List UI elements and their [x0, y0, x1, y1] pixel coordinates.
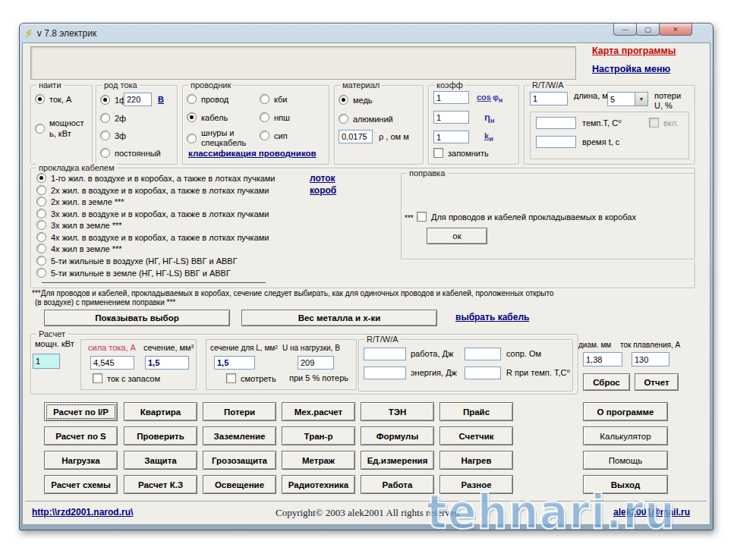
current-value-input[interactable]	[90, 356, 134, 370]
energy-input[interactable]	[364, 367, 406, 379]
help-button[interactable]: Помощь	[583, 451, 668, 470]
program-map-link[interactable]: Карта программы	[592, 46, 676, 56]
r-temp-input[interactable]	[465, 367, 501, 379]
radio-engineering-button[interactable]: Радиотехника	[282, 475, 355, 494]
temperature-label: темп.T, C⁰	[582, 118, 622, 128]
find-option-current[interactable]: ток, А	[35, 94, 71, 104]
current-reserve-checkbox[interactable]: ток с запасом	[93, 373, 160, 383]
footage-button[interactable]: Метраж	[282, 451, 355, 470]
metal-weight-button[interactable]: Вес металла и х-ки	[241, 310, 437, 326]
diameter-input[interactable]	[583, 352, 622, 367]
tray-link[interactable]: лоток	[310, 173, 335, 184]
menu-settings-link[interactable]: Настройка меню	[592, 64, 670, 74]
short-circuit-button[interactable]: Расчет К.З	[124, 475, 197, 494]
show-choice-button[interactable]: Показывать выбор	[44, 310, 230, 326]
cable-laying-option-1[interactable]: 2х жил. в воздухе и в коробах, а также в…	[36, 185, 269, 195]
radio-icon	[260, 94, 269, 104]
about-button[interactable]: О программе	[583, 402, 668, 421]
section-value-input[interactable]	[145, 356, 189, 370]
find-option-power[interactable]: мощность, кВт	[35, 118, 84, 139]
resistivity-input[interactable]	[339, 130, 373, 143]
cable-laying-option-8[interactable]: 5-ти жильные в земле (НГ, НГ-LS) ВВГ и А…	[36, 268, 231, 278]
formulas-button[interactable]: Формулы	[361, 426, 434, 445]
lightning-protection-button[interactable]: Грозозащита	[203, 451, 276, 470]
cable-laying-option-7[interactable]: 5-ти жильные в воздухе (НГ, НГ-LS) ВВГ и…	[36, 256, 238, 266]
npsh-option[interactable]: нпш	[260, 112, 290, 122]
protection-button[interactable]: Защита	[124, 451, 197, 470]
cable-option[interactable]: кабель	[187, 112, 228, 122]
calc-title: Расчет	[36, 329, 68, 338]
enable-checkbox[interactable]: вкл.	[649, 118, 679, 127]
voltage-input[interactable]	[124, 93, 152, 106]
calc-ip-button[interactable]: Расчет по I/P	[44, 402, 118, 421]
work-input[interactable]	[364, 348, 406, 360]
copper-option[interactable]: медь	[339, 95, 373, 105]
check-button[interactable]: Проверить	[124, 426, 197, 445]
cos-phi-label: cosφн	[477, 93, 502, 104]
phase-1-option[interactable]: 1ф	[100, 95, 126, 105]
phase-3-option[interactable]: 3ф	[100, 131, 126, 140]
transformer-button[interactable]: Тран-р	[282, 426, 355, 445]
cable-laying-option-6[interactable]: 4х жил в земле ***	[36, 244, 122, 253]
cable-laying-option-4[interactable]: 3х жил в земле ***	[36, 220, 122, 230]
watch-checkbox[interactable]: смотреть	[226, 373, 276, 383]
window-titlebar[interactable]: ⚡ v 7.8 электрик	[25, 26, 450, 41]
time-label: время t, с	[582, 137, 619, 146]
cable-laying-option-2[interactable]: 2х жил. в земле ***	[36, 197, 124, 206]
melting-input[interactable]	[632, 352, 669, 367]
radio-icon	[36, 209, 46, 219]
reset-button[interactable]: Сброс	[583, 373, 630, 391]
time-input[interactable]	[536, 136, 576, 148]
resistance-input[interactable]	[465, 348, 501, 360]
price-button[interactable]: Прайс	[439, 402, 513, 421]
cords-option[interactable]: шнуры и спецкабель	[187, 128, 260, 148]
aluminium-option[interactable]: алюминий	[339, 114, 393, 124]
ok-button[interactable]: ок	[427, 228, 487, 244]
report-button[interactable]: Отчет	[635, 373, 679, 391]
cable-laying-option-0[interactable]: 1-го жил. в воздухе и в коробах, а также…	[36, 173, 276, 183]
wire-option[interactable]: провод	[187, 94, 228, 104]
maximize-button[interactable]: ▢	[636, 24, 660, 36]
conductor-classification-link[interactable]: классификация проводников	[188, 149, 317, 158]
site-link[interactable]: http:\\rzd2001.narod.ru\	[32, 507, 133, 518]
work-button[interactable]: Работа	[361, 475, 434, 494]
load-button[interactable]: Нагрузка	[44, 451, 118, 470]
r-temp-label: R при темп. T,C⁰	[506, 368, 570, 378]
minimize-button[interactable]: —	[613, 24, 637, 36]
screenshot-stage: ⚡ v 7.8 электрик — ▢ ✕ Карта программы Н…	[0, 0, 734, 560]
grounding-button[interactable]: Заземление	[203, 426, 276, 445]
units-button[interactable]: Ед.измерения	[361, 451, 434, 470]
loss-dropdown[interactable]: 5 ▼	[607, 92, 648, 106]
cos-phi-input[interactable]	[433, 91, 469, 104]
cable-laying-option-5[interactable]: 4х жил. в воздухе и в коробах, а также в…	[36, 232, 269, 242]
temperature-input[interactable]	[536, 117, 576, 129]
lighting-button[interactable]: Освещение	[203, 475, 276, 494]
length-input[interactable]	[530, 92, 568, 105]
power-input[interactable]	[33, 354, 60, 369]
cable-laying-option-3[interactable]: 3х жил. в воздухе и в коробах, а также в…	[36, 209, 269, 219]
scheme-calc-button[interactable]: Расчет схемы	[44, 475, 118, 494]
close-button[interactable]: ✕	[659, 24, 692, 36]
u-load-input[interactable]	[298, 356, 334, 370]
meter-button[interactable]: Счетчик	[439, 426, 513, 445]
choose-cable-link[interactable]: выбрать кабель	[455, 312, 529, 322]
phase-2-option[interactable]: 2ф	[100, 113, 126, 123]
losses-button[interactable]: Потери	[203, 402, 276, 421]
sip-option[interactable]: сип	[260, 131, 288, 140]
eta-input[interactable]	[433, 111, 469, 124]
apartment-button[interactable]: Квартира	[124, 402, 197, 421]
calculator-button[interactable]: Калькулятор	[583, 426, 668, 445]
calc-s-button[interactable]: Расчет по S	[44, 426, 118, 445]
duct-link[interactable]: короб	[310, 185, 336, 196]
correction-checkbox[interactable]: Для проводов и кабелей прокладываемых в …	[417, 212, 636, 222]
remember-checkbox[interactable]: запомнить	[433, 148, 489, 158]
dc-option[interactable]: постоянный	[100, 148, 161, 158]
mech-calc-button[interactable]: Мех.расчет	[282, 402, 355, 421]
ten-button[interactable]: ТЭН	[361, 402, 434, 421]
kbi-option[interactable]: кби	[260, 94, 288, 104]
k-usage-input[interactable]	[433, 131, 469, 143]
voltage-link[interactable]: В	[158, 95, 164, 104]
u-load-label: U на нагрузки, В	[282, 344, 340, 352]
heating-button[interactable]: Нагрев	[439, 451, 513, 470]
section-l-input[interactable]	[214, 356, 255, 370]
